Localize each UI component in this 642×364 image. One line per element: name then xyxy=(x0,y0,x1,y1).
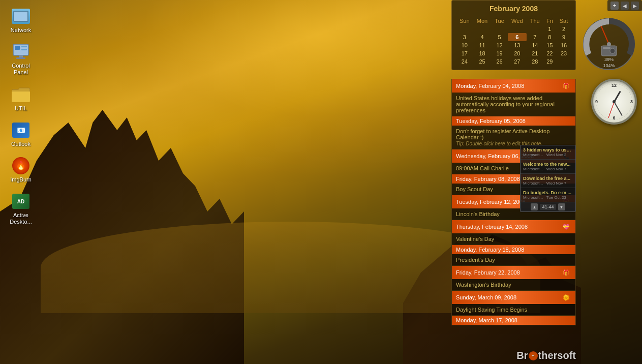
calendar-day[interactable]: 14 xyxy=(527,41,543,49)
event-icon: 🎁 xyxy=(561,267,571,278)
calendar-day[interactable]: 17 xyxy=(456,49,473,57)
calendar-day[interactable]: 1 xyxy=(543,25,556,33)
calendar-title: February 2008 xyxy=(456,5,571,13)
add-widget-button[interactable]: + xyxy=(610,2,619,10)
hdd-widget: 39% 104% xyxy=(576,11,642,72)
event-body: United States holidays were added automa… xyxy=(452,93,575,116)
event-body: Washington's Birthday xyxy=(452,279,575,291)
event-date-header[interactable]: Thursday, February 14, 2008💝 xyxy=(452,220,575,233)
cal-mon: Mon xyxy=(473,17,492,25)
clock-center-dot xyxy=(613,100,616,103)
news-source: Microsoft... Wed Nov 7 xyxy=(523,181,573,186)
news-item[interactable]: Download the free a... Microsoft... Wed … xyxy=(521,174,575,188)
calendar-day[interactable]: 28 xyxy=(527,57,543,66)
svg-text:39%: 39% xyxy=(604,57,614,62)
calendar-day[interactable]: 25 xyxy=(473,57,492,66)
calendar-day[interactable]: 20 xyxy=(508,49,527,57)
calendar-day[interactable]: 12 xyxy=(491,41,507,49)
calendar-day[interactable]: 15 xyxy=(543,41,556,49)
clock-face: 12 3 6 9 xyxy=(591,79,637,125)
thersoft-text: thersoft xyxy=(538,350,576,361)
control-panel-label: Control Panel xyxy=(5,63,37,76)
calendar-day[interactable]: 2 xyxy=(556,25,571,33)
event-date-header[interactable]: Monday, March 17, 2008 xyxy=(452,316,575,325)
news-source: Microsoft... Wed Nov 2 xyxy=(523,153,573,157)
imgburn-icon: 🔥 xyxy=(12,157,30,175)
calendar-day[interactable]: 18 xyxy=(473,49,492,57)
calendar-day[interactable]: 8 xyxy=(543,33,556,41)
svg-rect-5 xyxy=(21,49,27,50)
event-date-text: Monday, March 17, 2008 xyxy=(456,317,517,323)
calendar-day xyxy=(456,25,473,33)
calendar-day[interactable]: 24 xyxy=(456,57,473,66)
network-icon-item[interactable]: Network xyxy=(3,5,39,36)
event-date-header[interactable]: Friday, February 22, 2008🎁 xyxy=(452,266,575,279)
event-date-header[interactable]: Tuesday, February 05, 2008 xyxy=(452,116,575,126)
calendar-day[interactable]: 3 xyxy=(456,33,473,41)
calendar-day[interactable]: 16 xyxy=(556,41,571,49)
news-item[interactable]: Welcome to the new... Microsoft... Wed N… xyxy=(521,160,575,174)
event-date-text: Tuesday, February 12, 2008 xyxy=(456,199,526,205)
cal-sat: Sat xyxy=(556,17,571,25)
prev-button[interactable]: ◀ xyxy=(621,2,629,10)
calendar-day xyxy=(491,25,507,33)
news-item[interactable]: 3 hidden ways to use... Microsoft... Wed… xyxy=(521,145,575,160)
network-icon xyxy=(12,7,30,25)
event-date-text: Friday, February 22, 2008 xyxy=(456,269,520,276)
top-controls: + ◀ ▶ xyxy=(607,0,642,11)
imgburn-label: ImgBurn xyxy=(10,176,32,183)
calendar-day[interactable]: 27 xyxy=(508,57,527,66)
calendar-day[interactable]: 11 xyxy=(473,41,492,49)
news-item[interactable]: Do budgets. Do e-m ... Microsoft... Tue … xyxy=(521,188,575,202)
calendar-day[interactable]: 13 xyxy=(508,41,527,49)
calendar-day[interactable]: 5 xyxy=(491,33,507,41)
calendar-widget: February 2008 Sun Mon Tue Wed Thu Fri Sa… xyxy=(451,0,576,70)
cal-thu: Thu xyxy=(527,17,543,25)
calendar-day[interactable]: 7 xyxy=(527,33,543,41)
event-date-header[interactable]: Sunday, March 09, 2008🌞 xyxy=(452,291,575,304)
next-button[interactable]: ▶ xyxy=(631,2,639,10)
active-desktop-label: Active Deskto... xyxy=(5,212,37,225)
news-panel: 3 hidden ways to use... Microsoft... Wed… xyxy=(520,145,576,212)
active-desktop-icon-item[interactable]: AD Active Deskto... xyxy=(3,190,39,227)
news-next-button[interactable]: ▼ xyxy=(558,203,565,210)
news-title: Download the free a... xyxy=(523,176,573,181)
calendar-day[interactable]: 19 xyxy=(491,49,507,57)
calendar-day[interactable]: 22 xyxy=(543,49,556,57)
event-body: President's Day xyxy=(452,254,575,266)
event-date-header[interactable]: Monday, February 04, 2008🎁 xyxy=(452,79,575,93)
event-date-header[interactable]: Monday, February 18, 2008 xyxy=(452,245,575,254)
cal-wed: Wed xyxy=(508,17,527,25)
svg-rect-4 xyxy=(21,46,27,47)
calendar-day[interactable]: 6 xyxy=(508,33,527,41)
control-panel-icon-item[interactable]: Control Panel xyxy=(3,41,39,78)
calendar-day[interactable]: 29 xyxy=(543,57,556,66)
event-date-text: Friday, February 08, 2008 xyxy=(456,176,520,182)
svg-rect-1 xyxy=(19,55,23,57)
calendar-day xyxy=(508,25,527,33)
event-body: Daylight Saving Time Begins xyxy=(452,304,575,316)
control-panel-icon xyxy=(12,43,30,61)
calendar-day[interactable]: 21 xyxy=(527,49,543,57)
calendar-day[interactable]: 9 xyxy=(556,33,571,41)
calendar-body: 1234567891011121314151617181920212223242… xyxy=(456,25,571,66)
news-prev-button[interactable]: ▲ xyxy=(531,203,538,210)
clock-widget: 12 3 6 9 xyxy=(586,74,642,130)
brothersoft-dot: • xyxy=(529,351,538,360)
calendar-day[interactable]: 23 xyxy=(556,49,571,57)
event-date-text: Sunday, March 09, 2008 xyxy=(456,294,516,300)
calendar-day[interactable]: 10 xyxy=(456,41,473,49)
cal-sun: Sun xyxy=(456,17,473,25)
util-icon-item[interactable]: UTIL xyxy=(3,83,39,114)
outlook-icon: 📧 xyxy=(12,121,30,139)
news-source: Microsoft... Tue Oct 23 xyxy=(523,195,573,200)
news-title: Welcome to the new... xyxy=(523,162,573,167)
calendar-day[interactable]: 26 xyxy=(491,57,507,66)
calendar-day[interactable]: 4 xyxy=(473,33,492,41)
event-date-text: Thursday, February 14, 2008 xyxy=(456,224,528,230)
svg-point-10 xyxy=(610,48,615,53)
svg-rect-2 xyxy=(16,57,25,59)
imgburn-icon-item[interactable]: 🔥 ImgBurn xyxy=(3,155,39,185)
outlook-icon-item[interactable]: 📧 Outlook xyxy=(3,119,39,149)
brothersoft-brand: Br • thersoft xyxy=(516,350,576,361)
